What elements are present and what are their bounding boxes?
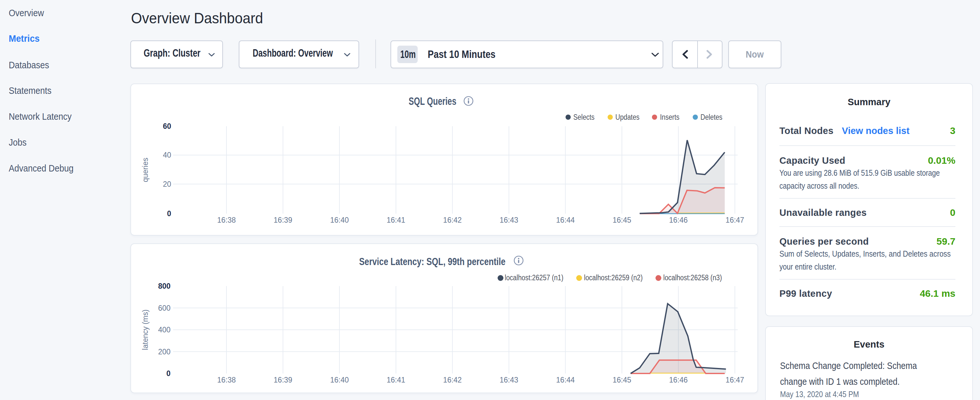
svg-text:16:45: 16:45 [612,376,631,384]
svg-text:16:39: 16:39 [274,376,293,384]
svg-text:20: 20 [163,180,171,188]
svg-text:800: 800 [158,282,170,290]
svg-text:16:38: 16:38 [217,216,236,224]
svg-text:16:45: 16:45 [612,216,631,224]
svg-text:16:44: 16:44 [556,216,575,224]
svg-text:16:40: 16:40 [330,216,349,224]
svg-text:0: 0 [167,209,171,218]
svg-text:200: 200 [158,347,170,356]
svg-text:16:42: 16:42 [443,376,462,384]
svg-text:16:46: 16:46 [669,376,688,384]
svg-text:40: 40 [163,151,171,159]
svg-text:queries: queries [141,158,150,182]
svg-text:16:40: 16:40 [330,376,349,384]
svg-text:60: 60 [163,122,171,131]
svg-text:16:41: 16:41 [387,216,406,224]
svg-text:16:43: 16:43 [500,376,518,384]
svg-text:400: 400 [158,325,170,334]
svg-text:0: 0 [166,369,170,378]
svg-text:16:43: 16:43 [500,216,518,224]
svg-text:600: 600 [158,304,170,312]
svg-text:16:44: 16:44 [556,376,575,384]
svg-text:16:39: 16:39 [274,216,293,224]
svg-text:16:47: 16:47 [726,216,745,224]
svg-text:16:47: 16:47 [726,376,745,384]
svg-text:16:41: 16:41 [387,376,406,384]
svg-text:16:42: 16:42 [443,216,462,224]
svg-text:latency (ms): latency (ms) [141,309,150,350]
svg-text:16:38: 16:38 [217,376,236,384]
svg-text:16:46: 16:46 [669,216,688,224]
